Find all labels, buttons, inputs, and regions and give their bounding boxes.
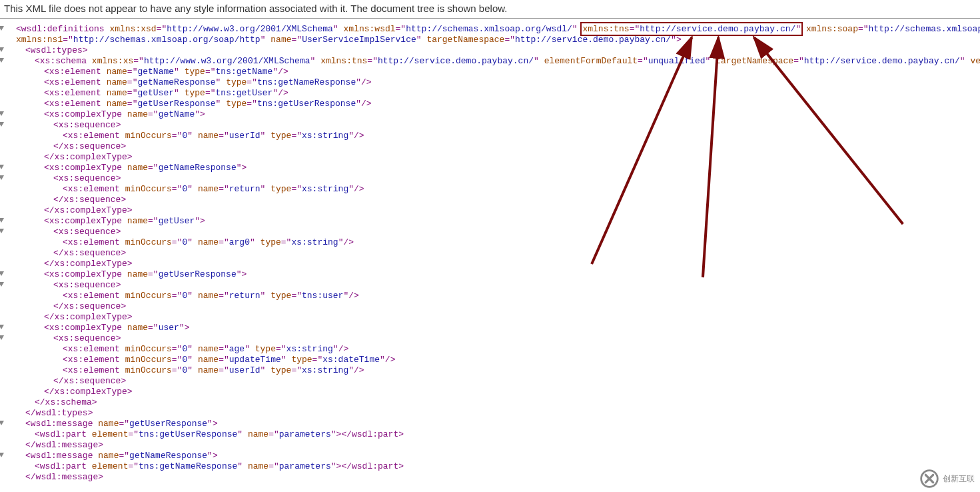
xml-node-sequence[interactable]: <xs:sequence>: [7, 333, 980, 344]
disclosure-triangle-icon[interactable]: [0, 335, 4, 340]
xml-node-sequence-close: </xs:sequence>: [7, 195, 980, 205]
svg-point-3: [921, 471, 938, 483]
divider: [0, 18, 980, 19]
xml-node-schema-close: </xs:schema>: [7, 397, 980, 408]
xml-node-complextype-close: </xs:complexType>: [7, 387, 980, 397]
disclosure-triangle-icon[interactable]: [0, 218, 4, 223]
xml-node-schema[interactable]: <xs:schema xmlns:xs="http://www.w3.org/2…: [7, 56, 980, 67]
xml-node-element[interactable]: <xs:element minOccurs="0" name="arg0" ty…: [7, 237, 980, 248]
xml-node-complextype[interactable]: <xs:complexType name="user">: [7, 323, 980, 333]
disclosure-triangle-icon[interactable]: [0, 175, 4, 180]
disclosure-triangle-icon[interactable]: [0, 421, 4, 425]
xml-node-complextype-close: </xs:complexType>: [7, 312, 980, 323]
disclosure-triangle-icon[interactable]: [0, 58, 4, 63]
xml-node-element[interactable]: <xs:element name="getName" type="tns:get…: [7, 67, 980, 77]
disclosure-triangle-icon[interactable]: [0, 282, 4, 287]
xml-node-sequence-close: </xs:sequence>: [7, 301, 980, 312]
xml-node-sequence-close: </xs:sequence>: [7, 376, 980, 387]
disclosure-triangle-icon[interactable]: [0, 165, 4, 169]
disclosure-triangle-icon[interactable]: [0, 271, 4, 276]
watermark-text: 创新互联: [943, 473, 975, 483]
xml-node-sequence-close: </xs:sequence>: [7, 141, 980, 152]
xml-tree: <wsdl:definitions xmlns:xsd="http://www.…: [0, 24, 980, 483]
xml-node-complextype-close: </xs:complexType>: [7, 152, 980, 163]
xml-node-element[interactable]: <xs:element minOccurs="0" name="return" …: [7, 184, 980, 195]
disclosure-triangle-icon[interactable]: [0, 111, 4, 116]
xml-node-element[interactable]: <xs:element minOccurs="0" name="userId" …: [7, 365, 980, 376]
disclosure-triangle-icon[interactable]: [0, 325, 4, 329]
watermark-logo: 创新互联: [920, 469, 975, 483]
xml-node-root-wrap: xmlns:ns1="http://schemas.xmlsoap.org/so…: [7, 35, 980, 45]
xml-node-complextype[interactable]: <xs:complexType name="getName">: [7, 109, 980, 120]
xml-node-element[interactable]: <xs:element name="getUserResponse" type=…: [7, 99, 980, 109]
disclosure-triangle-icon[interactable]: [0, 229, 4, 233]
xml-node-message[interactable]: <wsdl:message name="getUserResponse">: [7, 419, 980, 429]
xml-node-complextype-close: </xs:complexType>: [7, 205, 980, 216]
xml-node-message[interactable]: <wsdl:message name="getNameResponse">: [7, 451, 980, 461]
disclosure-triangle-icon[interactable]: [0, 122, 4, 127]
xml-no-style-message: This XML file does not appear to have an…: [0, 0, 980, 18]
xml-node-complextype-close: </xs:complexType>: [7, 259, 980, 269]
xml-node-sequence[interactable]: <xs:sequence>: [7, 227, 980, 237]
xml-node-types-close: </wsdl:types>: [7, 408, 980, 419]
xml-node-message-close: </wsdl:message>: [7, 440, 980, 451]
xml-node-element[interactable]: <xs:element name="getNameResponse" type=…: [7, 77, 980, 88]
xml-node-root[interactable]: <wsdl:definitions xmlns:xsd="http://www.…: [7, 24, 980, 35]
xml-node-complextype[interactable]: <xs:complexType name="getNameResponse">: [7, 163, 980, 173]
xml-node-types[interactable]: <wsdl:types>: [7, 45, 980, 56]
xml-node-complextype[interactable]: <xs:complexType name="getUserResponse">: [7, 269, 980, 280]
xml-node-sequence[interactable]: <xs:sequence>: [7, 173, 980, 184]
xml-node-part[interactable]: <wsdl:part element="tns:getUserResponse"…: [7, 429, 980, 440]
xml-node-element[interactable]: <xs:element minOccurs="0" name="userId" …: [7, 131, 980, 141]
xml-node-sequence-close: </xs:sequence>: [7, 248, 980, 259]
xml-node-sequence[interactable]: <xs:sequence>: [7, 120, 980, 131]
disclosure-triangle-icon[interactable]: [0, 26, 4, 31]
disclosure-triangle-icon[interactable]: [0, 47, 4, 52]
xml-node-complextype[interactable]: <xs:complexType name="getUser">: [7, 216, 980, 227]
xml-node-element[interactable]: <xs:element minOccurs="0" name="return" …: [7, 291, 980, 301]
xml-node-element[interactable]: <xs:element minOccurs="0" name="age" typ…: [7, 344, 980, 355]
xml-node-element[interactable]: <xs:element name="getUser" type="tns:get…: [7, 88, 980, 99]
xml-node-message-close: </wsdl:message>: [7, 472, 980, 483]
xml-node-sequence[interactable]: <xs:sequence>: [7, 280, 980, 291]
xml-node-part[interactable]: <wsdl:part element="tns:getNameResponse"…: [7, 461, 980, 472]
disclosure-triangle-icon[interactable]: [0, 453, 4, 457]
xml-node-element[interactable]: <xs:element minOccurs="0" name="updateTi…: [7, 355, 980, 365]
